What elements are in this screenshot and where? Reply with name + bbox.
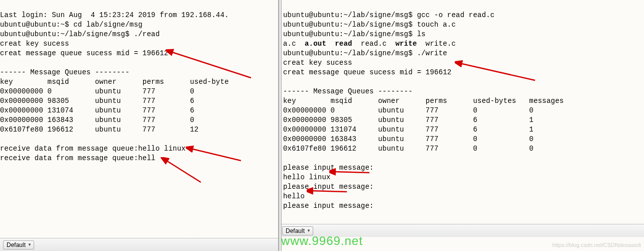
terminal-pane-left: Last login: Sun Aug 4 15:23:24 2019 from…	[0, 0, 279, 251]
term-line: receive data from message queue:hello li…	[0, 145, 186, 153]
dropdown-label: Default	[7, 241, 26, 248]
terminal-output-right[interactable]: ubuntu@ubuntu:~/lab/signe/msg$ gcc -o re…	[279, 0, 644, 212]
term-line: Last login: Sun Aug 4 15:23:24 2019 from…	[0, 11, 229, 19]
term-line: 0x00000000 0 ubuntu 777 0	[0, 87, 194, 95]
dropdown-label: Default	[286, 227, 305, 234]
term-line: ubuntu@ubuntu:~/lab/signe/msg$ ./write	[283, 49, 447, 57]
term-line: 0x00000000 163843 ubuntu 777 0 0	[283, 135, 534, 143]
term-line: ------ Message Queues --------	[0, 68, 130, 76]
term-line: receive data from message queue:hell	[0, 154, 156, 162]
term-line: a.c a.out read read.c write write.c	[283, 40, 456, 48]
term-line: 0x6107fe80 196612 ubuntu 777 12	[0, 126, 199, 134]
term-line: 0x6107fe80 196612 ubuntu 777 0 0	[283, 145, 534, 153]
terminal-output-left[interactable]: Last login: Sun Aug 4 15:23:24 2019 from…	[0, 0, 278, 164]
status-bar-right: Default ▼	[279, 224, 644, 237]
term-line: creat key sucess	[283, 59, 352, 67]
term-line: please input message:	[283, 183, 374, 191]
term-line: 0x00000000 131074 ubuntu 777 6 1	[283, 126, 534, 134]
term-line: ubuntu@ubuntu:~/lab/signe/msg$ gcc -o re…	[283, 11, 494, 19]
term-line: ubuntu@ubuntu:~/lab/signe/msg$ ls	[283, 30, 426, 38]
chevron-down-icon: ▼	[307, 228, 311, 233]
term-line: 0x00000000 0 ubuntu 777 0 0	[283, 106, 534, 114]
status-bar-left: Default ▼	[0, 238, 278, 251]
term-line: hello linux	[283, 173, 331, 181]
term-line: creat message queue sucess mid = 196612	[0, 49, 168, 57]
term-line: key msqid owner perms used-bytes message…	[283, 97, 564, 105]
term-line: key msqid owner perms used-byte	[0, 78, 229, 86]
term-line: 0x00000000 131074 ubuntu 777 6	[0, 106, 194, 114]
term-line: 0x00000000 98305 ubuntu 777 6	[0, 97, 194, 105]
term-line: ------ Message Queues --------	[283, 87, 413, 95]
term-line: creat message queue sucess mid = 196612	[283, 68, 451, 76]
profile-dropdown[interactable]: Default ▼	[3, 240, 34, 249]
profile-dropdown[interactable]: Default ▼	[282, 226, 313, 235]
term-line: hello	[283, 192, 305, 200]
term-line: 0x00000000 98305 ubuntu 777 6 1	[283, 116, 534, 124]
pane-divider[interactable]	[279, 0, 282, 251]
term-line: ubuntu@ubuntu:~/lab/signe/msg$ ./read	[0, 30, 160, 38]
term-line: creat key sucess	[0, 40, 69, 48]
term-line: 0x00000000 163843 ubuntu 777 0	[0, 116, 194, 124]
term-line: ubuntu@ubuntu:~/lab/signe/msg$ touch a.c	[283, 21, 456, 29]
term-line: please input message:	[283, 202, 374, 210]
terminal-pane-right: ubuntu@ubuntu:~/lab/signe/msg$ gcc -o re…	[279, 0, 644, 251]
term-line: ubuntu@ubuntu:~$ cd lab/signe/msg	[0, 21, 143, 29]
chevron-down-icon: ▼	[28, 242, 32, 247]
term-line: please input message:	[283, 164, 374, 172]
